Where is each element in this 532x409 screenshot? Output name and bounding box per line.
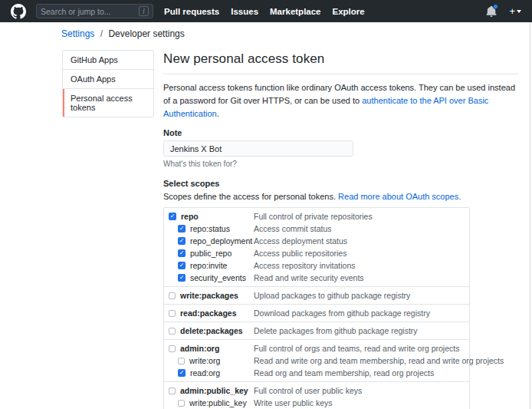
scope-checkbox-repo[interactable]: ✓ bbox=[169, 213, 176, 220]
github-logo-icon[interactable] bbox=[11, 4, 26, 19]
scope-checkbox-read:org[interactable]: ✓ bbox=[178, 369, 186, 377]
scope-checkbox-repo:invite[interactable]: ✓ bbox=[178, 262, 186, 269]
search-placeholder: Search or jump to... bbox=[41, 7, 139, 16]
scope-description: Full control of private repositories bbox=[254, 212, 373, 221]
scope-group: ✓repoFull control of private repositorie… bbox=[164, 208, 469, 287]
scope-name: public_repo bbox=[190, 249, 232, 258]
note-help-text: What's this token for? bbox=[163, 160, 519, 168]
scope-description: Write user public keys bbox=[254, 398, 333, 407]
scope-row: ✓read:orgRead org and team membership, r… bbox=[164, 367, 469, 379]
page-title: New personal access token bbox=[163, 50, 519, 74]
nav-explore[interactable]: Explore bbox=[333, 7, 365, 16]
intro-suffix: . bbox=[217, 109, 219, 118]
scope-description: Read org and team membership, read org p… bbox=[254, 368, 434, 378]
scope-checkbox-write:packages[interactable] bbox=[169, 292, 176, 299]
scrollbar[interactable] bbox=[530, 22, 530, 409]
scope-name: admin:public_key bbox=[180, 386, 248, 395]
developer-settings-sidebar: GitHub Apps OAuth Apps Personal access t… bbox=[62, 50, 154, 117]
scope-name: read:packages bbox=[180, 308, 237, 318]
scope-group: read:packagesDownload packages from gith… bbox=[164, 305, 469, 322]
scope-row: ✓repo:inviteAccess repository invitation… bbox=[164, 259, 469, 272]
scope-name: repo:status bbox=[190, 224, 230, 233]
scope-description: Access deployment status bbox=[254, 236, 347, 246]
scope-description: Read and write org and team membership, … bbox=[254, 356, 504, 365]
search-input[interactable]: Search or jump to... / bbox=[36, 4, 153, 18]
scope-description: Download packages from github package re… bbox=[254, 308, 430, 318]
main-panel: New personal access token Personal acces… bbox=[163, 50, 519, 409]
create-new-menu[interactable]: + bbox=[509, 6, 521, 16]
nav-marketplace[interactable]: Marketplace bbox=[270, 7, 320, 16]
scope-checkbox-public_repo[interactable]: ✓ bbox=[178, 249, 186, 257]
scope-row: ✓public_repoAccess public repositories bbox=[164, 247, 469, 259]
scope-row: write:public_keyWrite user public keys bbox=[164, 397, 469, 409]
scope-name: delete:packages bbox=[180, 326, 243, 335]
sidebar-item-github-apps[interactable]: GitHub Apps bbox=[63, 51, 153, 70]
scope-name: repo bbox=[181, 212, 199, 221]
scope-row: admin:orgFull control of orgs and teams,… bbox=[164, 342, 469, 355]
scope-checkbox-write:public_key[interactable] bbox=[178, 400, 185, 407]
sidebar-item-oauth-apps[interactable]: OAuth Apps bbox=[63, 70, 153, 89]
content: GitHub Apps OAuth Apps Personal access t… bbox=[62, 50, 519, 409]
breadcrumb-settings-link[interactable]: Settings bbox=[61, 28, 94, 39]
caret-down-icon bbox=[517, 10, 521, 13]
scope-description: Read and write security events bbox=[254, 273, 364, 282]
top-header: Search or jump to... / Pull requests Iss… bbox=[0, 0, 532, 22]
scope-name: write:org bbox=[189, 356, 220, 365]
scope-description: Delete packages from github package regi… bbox=[254, 326, 418, 335]
scope-checkbox-delete:packages[interactable] bbox=[169, 328, 176, 335]
scope-row: admin:public_keyFull control of user pub… bbox=[164, 384, 469, 397]
scope-group: delete:packagesDelete packages from gith… bbox=[164, 322, 469, 340]
scope-row: read:packagesDownload packages from gith… bbox=[164, 307, 469, 319]
intro-paragraph: Personal access tokens function like ord… bbox=[163, 81, 519, 120]
scope-checkbox-admin:public_key[interactable] bbox=[169, 388, 176, 394]
scope-checkbox-repo:status[interactable]: ✓ bbox=[178, 225, 186, 233]
scope-description: Access commit status bbox=[254, 224, 332, 233]
notification-dot bbox=[493, 4, 498, 9]
header-right: + bbox=[486, 6, 521, 17]
scope-checkbox-security_events[interactable]: ✓ bbox=[178, 274, 186, 282]
scope-name: read:org bbox=[190, 368, 220, 378]
page-body: Settings / Developer settings GitHub App… bbox=[0, 22, 532, 409]
notifications-bell-icon[interactable] bbox=[486, 6, 497, 17]
scope-name: write:public_key bbox=[189, 398, 247, 407]
nav-pull-requests[interactable]: Pull requests bbox=[164, 7, 219, 16]
page: Search or jump to... / Pull requests Iss… bbox=[0, 0, 532, 409]
scope-row: ✓repo_deploymentAccess deployment status bbox=[164, 235, 469, 247]
note-input[interactable] bbox=[163, 140, 353, 157]
scopes-description: Scopes define the access for personal to… bbox=[163, 192, 519, 201]
scope-description: Full control of user public keys bbox=[254, 386, 362, 395]
scope-name: admin:org bbox=[180, 344, 219, 353]
scope-checkbox-write:org[interactable] bbox=[178, 358, 185, 364]
scope-group: admin:orgFull control of orgs and teams,… bbox=[164, 340, 469, 382]
note-label: Note bbox=[163, 128, 519, 137]
breadcrumb-separator: / bbox=[100, 28, 103, 39]
scope-group: write:packagesUpload packages to github … bbox=[164, 287, 469, 305]
scope-checkbox-read:packages[interactable] bbox=[169, 310, 176, 317]
sidebar-item-personal-access-tokens[interactable]: Personal access tokens bbox=[63, 89, 153, 117]
breadcrumb: Settings / Developer settings bbox=[61, 28, 519, 39]
scope-name: write:packages bbox=[180, 291, 238, 300]
scopes-description-text: Scopes define the access for personal to… bbox=[163, 192, 338, 201]
slash-shortcut-key: / bbox=[139, 6, 149, 16]
scope-row: write:packagesUpload packages to github … bbox=[164, 289, 469, 302]
scope-row: ✓repoFull control of private repositorie… bbox=[164, 210, 469, 223]
scope-name: repo:invite bbox=[190, 261, 227, 270]
scope-description: Full control of orgs and teams, read and… bbox=[254, 344, 459, 353]
scope-checkbox-admin:org[interactable] bbox=[169, 345, 176, 352]
nav-issues[interactable]: Issues bbox=[231, 7, 258, 16]
scope-group: admin:public_keyFull control of user pub… bbox=[164, 382, 469, 409]
header-nav: Pull requests Issues Marketplace Explore bbox=[164, 7, 365, 16]
scopes-table: ✓repoFull control of private repositorie… bbox=[163, 207, 470, 409]
scope-description: Access public repositories bbox=[254, 249, 346, 258]
scope-row: ✓security_eventsRead and write security … bbox=[164, 272, 469, 284]
breadcrumb-current: Developer settings bbox=[108, 28, 184, 39]
scope-checkbox-repo_deployment[interactable]: ✓ bbox=[178, 237, 186, 245]
oauth-scopes-link[interactable]: Read more about OAuth scopes. bbox=[338, 192, 461, 201]
scope-row: write:orgRead and write org and team mem… bbox=[164, 355, 469, 367]
select-scopes-label: Select scopes bbox=[163, 179, 519, 188]
scope-row: ✓repo:statusAccess commit status bbox=[164, 223, 469, 235]
scope-name: security_events bbox=[190, 273, 246, 282]
scope-name: repo_deployment bbox=[190, 236, 252, 246]
scope-description: Upload packages to github package regist… bbox=[254, 291, 410, 300]
scope-row: delete:packagesDelete packages from gith… bbox=[164, 325, 469, 337]
